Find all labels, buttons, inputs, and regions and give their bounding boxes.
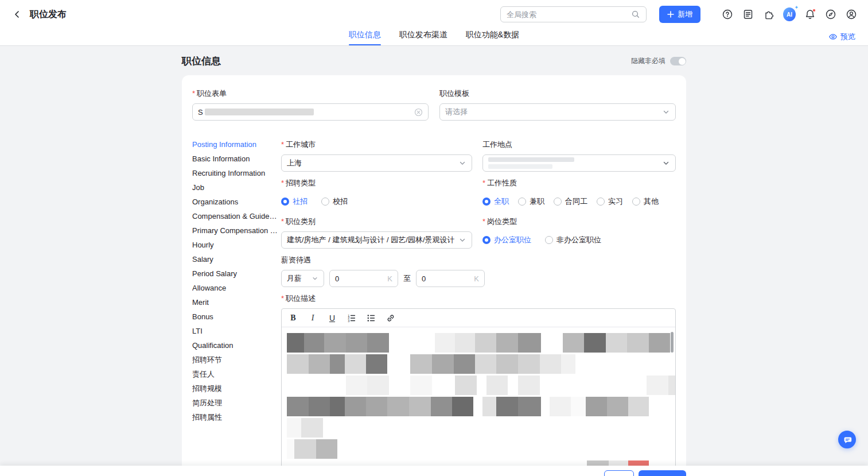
job-category-field: *职位类别 建筑/房地产 / 建筑规划与设计 / 园艺/园林/景观设计 bbox=[281, 217, 472, 249]
anchor-compensation-guidelines[interactable]: Compensation & Guidelines bbox=[192, 212, 278, 221]
hide-optional-toggle[interactable] bbox=[670, 57, 686, 65]
footer-buttons bbox=[604, 470, 686, 476]
anchor-posting-information[interactable]: Posting Information bbox=[192, 140, 278, 149]
required-asterisk: * bbox=[281, 140, 284, 149]
link-button[interactable] bbox=[386, 313, 395, 323]
account-button[interactable] bbox=[845, 8, 858, 21]
salary-unit: K bbox=[387, 274, 392, 283]
customer-service-button[interactable] bbox=[838, 431, 856, 448]
primary-action-button[interactable] bbox=[639, 470, 686, 476]
editor-scrollbar[interactable] bbox=[671, 332, 674, 470]
anchor-resume-handling[interactable]: 简历处理 bbox=[192, 398, 278, 408]
work-city-select[interactable]: 上海 bbox=[281, 154, 472, 172]
radio-office-position[interactable]: 办公室职位 bbox=[482, 235, 531, 245]
anchor-hourly[interactable]: Hourly bbox=[192, 241, 278, 250]
anchor-recruit-attribute[interactable]: 招聘属性 bbox=[192, 413, 278, 422]
redacted-cell bbox=[287, 397, 309, 416]
anchor-salary[interactable]: Salary bbox=[192, 255, 278, 264]
anchor-basic-information[interactable]: Basic Information bbox=[192, 154, 278, 164]
anchor-primary-compensation[interactable]: Primary Compensation B... bbox=[192, 226, 278, 235]
clear-icon[interactable] bbox=[414, 108, 423, 117]
salary-period-select[interactable]: 月薪 bbox=[281, 270, 324, 287]
anchor-job[interactable]: Job bbox=[192, 183, 278, 192]
anchor-lti[interactable]: LTI bbox=[192, 327, 278, 336]
section-title: 职位信息 bbox=[182, 55, 221, 68]
redacted-cell bbox=[455, 333, 475, 353]
salary-field: 薪资待遇 月薪 0 K bbox=[281, 256, 485, 287]
work-city-value: 上海 bbox=[287, 158, 302, 168]
anchor-recruit-scale[interactable]: 招聘规模 bbox=[192, 384, 278, 393]
template-select[interactable]: 请选择 bbox=[439, 103, 676, 121]
editor-content[interactable] bbox=[282, 327, 675, 475]
job-category-select[interactable]: 建筑/房地产 / 建筑规划与设计 / 园艺/园林/景观设计 bbox=[281, 231, 472, 249]
extensions-button[interactable] bbox=[762, 8, 775, 21]
chevron-down-icon bbox=[458, 236, 466, 244]
search-input[interactable] bbox=[507, 10, 631, 19]
document-icon bbox=[742, 9, 754, 20]
radio-other[interactable]: 其他 bbox=[632, 196, 659, 207]
redacted-cell bbox=[455, 376, 477, 395]
help-button[interactable] bbox=[721, 8, 734, 21]
salary-min-value: 0 bbox=[335, 274, 339, 283]
redacted-cell bbox=[606, 333, 627, 353]
anchor-organizations[interactable]: Organizations bbox=[192, 198, 278, 207]
global-search[interactable] bbox=[500, 6, 647, 22]
redacted-cell bbox=[496, 354, 518, 374]
anchor-recruit-steps[interactable]: 招聘环节 bbox=[192, 355, 278, 365]
redacted-cell bbox=[647, 376, 668, 395]
anchor-bonus[interactable]: Bonus bbox=[192, 312, 278, 322]
preview-button[interactable]: 预览 bbox=[828, 32, 855, 42]
italic-button[interactable]: I bbox=[308, 313, 317, 323]
notifications-button[interactable] bbox=[804, 8, 816, 21]
radio-fulltime[interactable]: 全职 bbox=[482, 196, 509, 207]
bullet-list-button[interactable] bbox=[367, 313, 376, 323]
redacted-cell bbox=[366, 354, 387, 374]
notes-button[interactable] bbox=[742, 8, 754, 21]
radio-icon bbox=[482, 198, 491, 206]
scrollbar-thumb[interactable] bbox=[671, 332, 674, 353]
ai-assistant-button[interactable]: AI ✦ bbox=[783, 8, 796, 21]
add-new-button[interactable]: 新增 bbox=[659, 6, 700, 23]
work-location-field: 工作地点 bbox=[482, 140, 676, 172]
radio-non-office-position[interactable]: 非办公室职位 bbox=[545, 235, 601, 245]
salary-min-input[interactable]: 0 K bbox=[329, 270, 398, 287]
radio-parttime[interactable]: 兼职 bbox=[518, 196, 544, 207]
anchor-recruiting-information[interactable]: Recruiting Information bbox=[192, 169, 278, 178]
post-type-options: 办公室职位 非办公室职位 bbox=[482, 231, 676, 249]
underline-button[interactable]: U bbox=[328, 313, 337, 323]
anchor-owner[interactable]: 责任人 bbox=[192, 370, 278, 379]
tab-job-info[interactable]: 职位信息 bbox=[349, 29, 381, 45]
secondary-action-button[interactable] bbox=[604, 470, 634, 476]
work-location-select[interactable] bbox=[482, 154, 676, 172]
radio-campus-recruit[interactable]: 校招 bbox=[321, 196, 348, 207]
anchor-qualification[interactable]: Qualification bbox=[192, 341, 278, 350]
ordered-list-button[interactable]: 123 bbox=[347, 313, 356, 323]
radio-icon bbox=[554, 198, 562, 206]
radio-contractor[interactable]: 合同工 bbox=[554, 196, 587, 207]
chevron-down-icon bbox=[662, 159, 670, 167]
workspace-button[interactable] bbox=[824, 8, 837, 21]
salary-max-input[interactable]: 0 K bbox=[416, 270, 485, 287]
bold-button[interactable]: B bbox=[289, 313, 298, 323]
redacted-cell bbox=[518, 354, 540, 374]
required-asterisk: * bbox=[281, 217, 284, 226]
template-label-row: 职位模板 bbox=[439, 89, 676, 98]
tab-functions-data[interactable]: 职位功能&数据 bbox=[466, 29, 519, 45]
back-button[interactable] bbox=[11, 9, 23, 20]
radio-social-recruit[interactable]: 社招 bbox=[281, 196, 308, 207]
radio-icon bbox=[545, 236, 553, 244]
redacted-cell bbox=[627, 333, 649, 353]
bottom-action-bar bbox=[0, 466, 868, 476]
radio-intern[interactable]: 实习 bbox=[597, 196, 623, 207]
section-header: 职位信息 隐藏非必填 bbox=[182, 55, 686, 68]
tab-posting-channels[interactable]: 职位发布渠道 bbox=[399, 29, 447, 45]
redacted-cell bbox=[304, 333, 324, 353]
salary-period-value: 月薪 bbox=[287, 273, 302, 284]
job-form-input[interactable]: S bbox=[192, 103, 429, 121]
notification-badge bbox=[812, 9, 816, 12]
row-salary: 薪资待遇 月薪 0 K bbox=[281, 256, 676, 287]
anchor-allowance[interactable]: Allowance bbox=[192, 284, 278, 293]
anchor-period-salary[interactable]: Period Salary bbox=[192, 269, 278, 278]
anchor-merit[interactable]: Merit bbox=[192, 298, 278, 307]
post-type-field: *岗位类型 办公室职位 非办公室职位 bbox=[482, 217, 676, 249]
